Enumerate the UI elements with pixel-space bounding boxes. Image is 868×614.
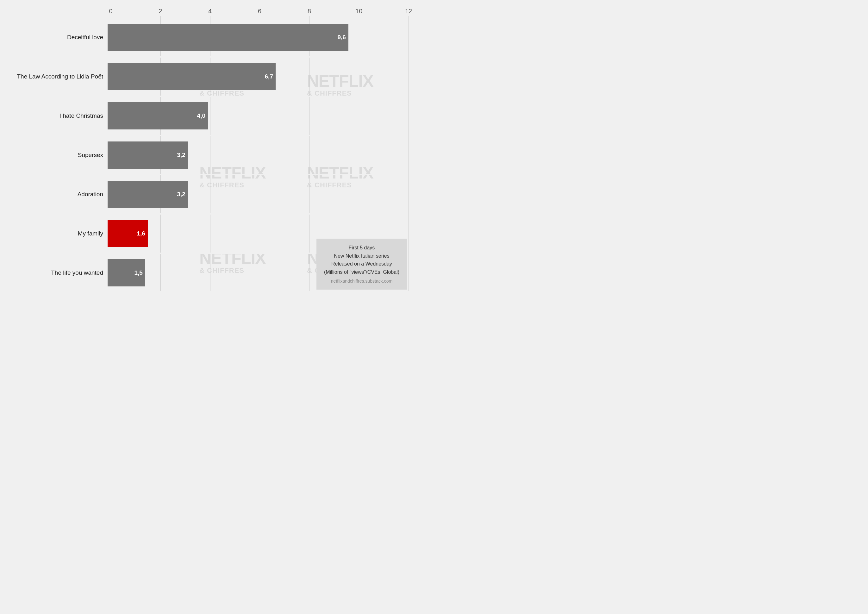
- bar-value-label: 3,2: [177, 152, 188, 158]
- legend-line3: Released on a Wednesday: [324, 260, 399, 268]
- bar-label: The Law According to Lidia Poët: [3, 73, 108, 80]
- bar-fill: 6,7: [108, 63, 276, 90]
- bar-label: The life you wanted: [3, 269, 108, 276]
- legend-line4: (Millions of "views"/CVEs, Global): [324, 268, 399, 276]
- bar-label: Adoration: [3, 191, 108, 198]
- x-tick: 0: [109, 8, 112, 15]
- bar-row: Supersex3,2: [3, 136, 409, 174]
- bar-fill: 4,0: [108, 102, 208, 129]
- x-tick: 10: [355, 8, 362, 15]
- x-tick: 8: [308, 8, 311, 15]
- bar-row: The Law According to Lidia Poët6,7: [3, 57, 409, 96]
- bar-fill: 3,2: [108, 141, 188, 169]
- bar-label: I hate Christmas: [3, 112, 108, 119]
- x-axis: 024681012: [111, 6, 409, 16]
- bar-wrapper: 3,2: [108, 136, 409, 174]
- x-tick: 4: [208, 8, 212, 15]
- bar-row: Adoration3,2: [3, 175, 409, 213]
- bar-fill: 1,6: [108, 220, 148, 247]
- bar-wrapper: 9,6: [108, 19, 409, 56]
- chart-container: 024681012 NETFLIX& CHIFFRESNETFLIX& CHIF…: [0, 0, 434, 307]
- bar-label: My family: [3, 230, 108, 237]
- bar-fill: 9,6: [108, 24, 349, 51]
- bar-label: Deceitful love: [3, 34, 108, 41]
- x-tick: 2: [158, 8, 162, 15]
- bar-value-label: 1,5: [134, 269, 145, 276]
- chart-area: 024681012 NETFLIX& CHIFFRESNETFLIX& CHIF…: [3, 6, 421, 295]
- x-tick: 12: [405, 8, 412, 15]
- bar-value-label: 1,6: [137, 230, 147, 237]
- legend-box: First 5 days New Netflix Italian series …: [316, 239, 407, 290]
- x-tick: 6: [258, 8, 261, 15]
- bar-fill: 3,2: [108, 181, 188, 208]
- bar-wrapper: 4,0: [108, 97, 409, 135]
- bar-wrapper: 6,7: [108, 57, 409, 96]
- legend-line1: First 5 days: [324, 244, 399, 252]
- bar-value-label: 3,2: [177, 191, 188, 198]
- bar-fill: 1,5: [108, 259, 145, 287]
- legend-source: netflixandchiffres.substack.com: [324, 278, 399, 285]
- bar-value-label: 9,6: [337, 34, 348, 41]
- bar-wrapper: 3,2: [108, 175, 409, 213]
- legend-line2: New Netflix Italian series: [324, 252, 399, 260]
- bar-label: Supersex: [3, 152, 108, 158]
- bar-row: I hate Christmas4,0: [3, 97, 409, 135]
- bar-value-label: 4,0: [197, 112, 208, 119]
- bar-row: Deceitful love9,6: [3, 19, 409, 56]
- bar-value-label: 6,7: [265, 73, 276, 80]
